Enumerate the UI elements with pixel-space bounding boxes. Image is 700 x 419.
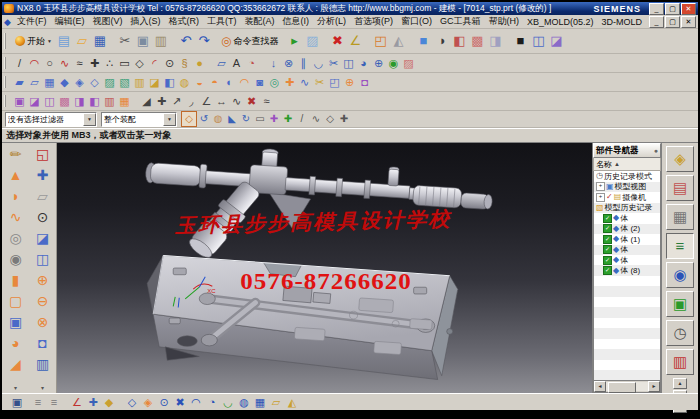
stretch-curve-icon[interactable]: ↔ — [214, 94, 229, 109]
helix-icon[interactable]: § — [177, 56, 192, 71]
visibility-checkbox[interactable]: ✓ — [603, 245, 612, 254]
sketch-icon[interactable]: ✏ — [4, 144, 28, 165]
smooth-curve-icon[interactable]: ≈ — [259, 94, 274, 109]
start-button[interactable]: 开始 ▼ — [12, 35, 55, 48]
part-navigator-icon[interactable]: ≡ — [666, 233, 694, 259]
resource-scroll-up-icon[interactable]: ▲ — [673, 378, 687, 389]
reuse-library-icon[interactable]: ◉ — [666, 262, 694, 288]
snap-tangent-icon[interactable]: ◡ — [220, 395, 236, 409]
trim-curve-icon[interactable]: ✂ — [326, 56, 341, 71]
navigator-tree-item[interactable]: +▣模型视图 — [594, 182, 660, 193]
snap-grid-icon[interactable]: ▦ — [252, 395, 268, 409]
view-front-icon[interactable]: ◧ — [450, 32, 468, 50]
snap-point-on-face-icon[interactable]: ◍ — [236, 395, 252, 409]
open-file-icon[interactable]: ▱ — [73, 32, 91, 50]
curve-length-icon[interactable]: ∿ — [229, 94, 244, 109]
menu-item[interactable]: 3D-MOLD — [597, 17, 646, 27]
sew-icon[interactable]: ⊕ — [342, 75, 357, 90]
join-curve-icon[interactable]: ⊕ — [371, 56, 386, 71]
edit-angle-icon[interactable]: ∠ — [199, 94, 214, 109]
fit-spline-icon[interactable]: ≈ — [72, 56, 87, 71]
scroll-left-icon[interactable]: ◄ — [594, 381, 606, 392]
rollback-icon[interactable]: ↺ — [197, 112, 211, 126]
law-extension-icon[interactable]: ▧ — [117, 75, 132, 90]
assembly-navigator-icon[interactable]: ▤ — [666, 175, 694, 201]
subtract-icon[interactable]: ◪ — [27, 94, 42, 109]
intersect-icon[interactable]: ◫ — [42, 94, 57, 109]
unite-icon[interactable]: ▣ — [12, 94, 27, 109]
pin-icon[interactable]: ● — [654, 147, 658, 154]
undo-icon[interactable]: ↶ — [177, 32, 195, 50]
edit-fillet-icon[interactable]: ◞ — [184, 94, 199, 109]
line-icon[interactable]: / — [12, 56, 27, 71]
shaded-view-icon[interactable]: ■ — [414, 32, 432, 50]
project-curve-icon[interactable]: ↓ — [266, 56, 281, 71]
plane-icon[interactable]: ▱ — [31, 186, 55, 207]
chamfer-icon[interactable]: ◢ — [4, 354, 28, 375]
text-icon[interactable]: A — [229, 56, 244, 71]
minimize-button[interactable]: _ — [649, 3, 664, 15]
selection-scope-caret-icon[interactable]: ▼ — [163, 113, 176, 126]
section-curve-icon[interactable]: ▨ — [401, 56, 416, 71]
save-file-icon[interactable]: ▦ — [91, 32, 109, 50]
selection-scope-dropdown[interactable]: 整个装配 ▼ — [101, 112, 177, 127]
delete-curve-icon[interactable]: ✖ — [244, 94, 259, 109]
datum-plane-icon[interactable]: ◱ — [31, 144, 55, 165]
touch-mode-icon[interactable]: ▸ — [285, 32, 303, 50]
cut-icon[interactable]: ✂ — [116, 32, 134, 50]
menu-item[interactable]: 编辑(E) — [50, 15, 88, 28]
clip-work-section-icon[interactable]: ◪ — [547, 32, 565, 50]
split-body-dock-icon[interactable]: ◫ — [31, 249, 55, 270]
magic-select-icon[interactable]: ✚ — [267, 112, 281, 126]
menu-item[interactable]: 信息(I) — [278, 15, 313, 28]
menu-item[interactable]: 帮助(H) — [484, 15, 523, 28]
scroll-right-icon[interactable]: ► — [648, 381, 660, 392]
background-icon[interactable]: ■ — [511, 32, 529, 50]
pan-select-icon[interactable]: ✚ — [281, 112, 295, 126]
thicken-icon[interactable]: ▣ — [4, 312, 28, 333]
edit-point-icon[interactable]: ✚ — [154, 94, 169, 109]
triad-icon[interactable]: ∠ — [69, 395, 85, 409]
studio-spline-icon[interactable]: ∿ — [57, 56, 72, 71]
datum-csys-dock-icon[interactable]: ✚ — [31, 165, 55, 186]
sort-ascending-icon[interactable]: ▲ — [614, 161, 620, 167]
constraint-navigator-icon[interactable]: ▦ — [666, 204, 694, 230]
datum-csys-icon[interactable]: ∠ — [346, 32, 364, 50]
dock-overflow-icon-2[interactable]: ▾ — [41, 384, 44, 393]
view-isometric-icon[interactable]: ◨ — [486, 32, 504, 50]
navigator-tree-item[interactable]: ✓◆体 — [594, 213, 660, 224]
menu-item[interactable]: 插入(S) — [126, 15, 164, 28]
offset-curve-icon[interactable]: ∥ — [296, 56, 311, 71]
arc-3pt-icon[interactable]: ◜ — [147, 56, 162, 71]
soft-blend-icon[interactable]: ◓ — [207, 75, 222, 90]
navigator-tree-item[interactable]: ▧模型历史记录 — [594, 203, 660, 214]
patch-icon[interactable]: ◘ — [357, 75, 372, 90]
styled-blend-icon[interactable]: ◐ — [222, 75, 237, 90]
graphics-viewport[interactable]: 玉环县步步高模具设计学校 — [57, 143, 592, 393]
i-form-icon[interactable]: ∿ — [297, 75, 312, 90]
snip-surface-icon[interactable]: ✂ — [312, 75, 327, 90]
synchronous-modeling-icon[interactable]: ▦ — [117, 94, 132, 109]
scroll-thumb[interactable] — [608, 382, 636, 393]
trim-body-icon[interactable]: ◨ — [72, 94, 87, 109]
fill-surface-icon[interactable]: ◍ — [177, 75, 192, 90]
edit-line-icon[interactable]: ↗ — [169, 94, 184, 109]
offset-surface-icon[interactable]: ▥ — [132, 75, 147, 90]
n-sided-surface-icon[interactable]: ◇ — [87, 75, 102, 90]
circle-icon[interactable]: ○ — [42, 56, 57, 71]
menu-item[interactable]: GC工具箱 — [436, 15, 485, 28]
trim-body-dock-icon[interactable]: ◪ — [31, 228, 55, 249]
mdi-restore-button[interactable]: ▢ — [665, 16, 680, 28]
copy-icon[interactable]: ▣ — [134, 32, 152, 50]
rotate-select-icon[interactable]: ↻ — [239, 112, 253, 126]
revolve-icon[interactable]: ◗ — [4, 186, 28, 207]
visibility-checkbox[interactable]: ✓ — [603, 214, 612, 223]
navigator-tree-item[interactable]: ✓◆体 (2) — [594, 224, 660, 235]
pad-icon[interactable]: ▮ — [4, 270, 28, 291]
patch-body-icon[interactable]: ◘ — [31, 333, 55, 354]
bridge-surface-icon[interactable]: ◠ — [237, 75, 252, 90]
navigator-tree-item[interactable]: +✓▤摄像机 — [594, 192, 660, 203]
extrude-icon[interactable]: ▲ — [4, 165, 28, 186]
hole-icon[interactable]: ◉ — [4, 249, 28, 270]
visible-layers-icon[interactable]: ≡ — [30, 395, 46, 409]
